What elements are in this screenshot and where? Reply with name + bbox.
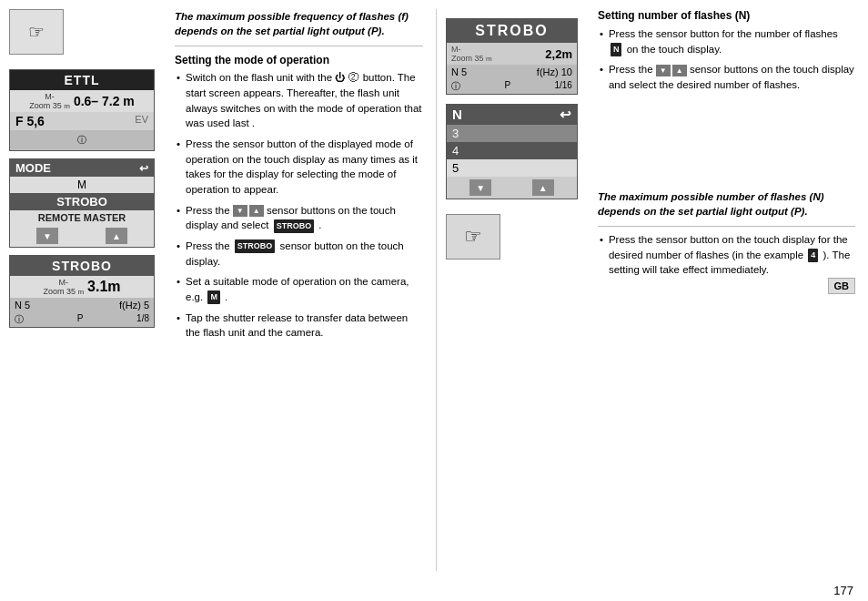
page-number: 177 bbox=[0, 580, 868, 601]
n-select-item-5[interactable]: 5 bbox=[447, 159, 577, 177]
mode-up-btn[interactable]: ▲ bbox=[106, 228, 127, 244]
strobo-top-device: STROBO M-Zoom 35 m 2,2m N 5 f(Hz) 10 ⓘ P… bbox=[446, 18, 578, 95]
m-icon-inline: M bbox=[207, 290, 220, 304]
right-section-title: Setting number of flashes (N) bbox=[598, 9, 855, 22]
n-label: N bbox=[452, 107, 462, 123]
n-up-btn[interactable]: ▲ bbox=[532, 179, 554, 196]
hand-note-icon-right: ☞ bbox=[446, 214, 500, 260]
n-return-icon: ↩ bbox=[560, 107, 571, 123]
strobo-top-info: M-Zoom 35 m 2,2m bbox=[447, 43, 577, 65]
right-bullet-1: Press the sensor button for the number o… bbox=[598, 26, 855, 56]
left-text: The maximum possible frequency of flashe… bbox=[171, 9, 427, 571]
n-inline-icon: N bbox=[611, 43, 622, 56]
mode-header: MODE ↩ bbox=[10, 159, 154, 177]
left-bullet-5: Set a suitable mode of operation on the … bbox=[175, 274, 423, 304]
four-inline-icon: 4 bbox=[808, 249, 818, 262]
strobo-top-info-icon: ⓘ bbox=[451, 80, 460, 93]
right-panel: STROBO M-Zoom 35 m 2,2m N 5 f(Hz) 10 ⓘ P… bbox=[437, 9, 859, 571]
right-bullet-list: Press the sensor button for the number o… bbox=[598, 26, 855, 93]
strobo-header-left: STROBO bbox=[10, 256, 154, 276]
return-icon: ↩ bbox=[139, 162, 148, 175]
n-select-header: N ↩ bbox=[447, 105, 577, 125]
left-bullet-4: Press the STROBO sensor button on the to… bbox=[175, 239, 423, 269]
left-section-title: Setting the mode of operation bbox=[175, 54, 423, 66]
hand-note-icon-left: ☞ bbox=[9, 9, 64, 55]
strobo-n5-left: N 5 bbox=[15, 300, 30, 311]
inline-arrows-right: ▼▲ bbox=[656, 65, 687, 76]
r-down-arrow: ▼ bbox=[656, 65, 671, 76]
up-arrow-inline: ▲ bbox=[249, 205, 264, 217]
ettl-fstop: F 5,6 bbox=[15, 114, 45, 128]
mode-device: MODE ↩ M STROBO REMOTE MASTER ▼ ▲ bbox=[9, 158, 155, 248]
ettl-header: ETTL bbox=[10, 70, 154, 90]
right-bullet-2: Press the ▼▲ sensor buttons on the touch… bbox=[598, 62, 855, 92]
strobo-range-left: M-Zoom 35 m 3.1m bbox=[10, 276, 154, 298]
strobo-frac-left: 1/8 bbox=[136, 313, 149, 326]
left-panel: ☞ ETTL M-Zoom 35 m 0.6– 7.2 m F 5,6 EV ⓘ bbox=[9, 9, 437, 571]
strobo-top-p-row: ⓘ P 1/16 bbox=[447, 79, 577, 94]
n-down-btn[interactable]: ▼ bbox=[469, 179, 491, 196]
strobo-freq-left: f(Hz) 5 bbox=[119, 300, 149, 311]
strobo-inline-icon: STROBO bbox=[274, 219, 315, 233]
mode-strobo: STROBO bbox=[10, 193, 154, 210]
r-up-arrow: ▲ bbox=[672, 65, 687, 76]
strobo-top-freq: f(Hz) 10 bbox=[537, 66, 572, 77]
strobo-top-p: P bbox=[504, 80, 510, 93]
strobo-top-n5: N 5 bbox=[451, 66, 467, 77]
left-bullet-6: Tap the shutter release to transfer data… bbox=[175, 311, 423, 341]
left-bullet-3: Press the ▼▲ sensor buttons on the touch… bbox=[175, 203, 423, 233]
strobo-top-frac: 1/16 bbox=[554, 80, 571, 93]
n-select-device: N ↩ 3 4 5 ▼ ▲ bbox=[446, 104, 578, 199]
inline-arrows-1: ▼▲ bbox=[233, 205, 264, 217]
ettl-device: ETTL M-Zoom 35 m 0.6– 7.2 m F 5,6 EV ⓘ bbox=[9, 69, 155, 151]
strobo-p-left: P bbox=[77, 313, 84, 326]
strobo-p-row-left: ⓘ P 1/8 bbox=[10, 312, 154, 327]
ettl-info-icon: ⓘ bbox=[77, 134, 86, 147]
mode-m: M bbox=[10, 177, 154, 193]
strobo-top-n5-row: N 5 f(Hz) 10 bbox=[447, 65, 577, 79]
ettl-range-val: 0.6– 7.2 m bbox=[74, 94, 135, 108]
mode-label: MODE bbox=[15, 161, 51, 175]
strobo-dist-left: 3.1m bbox=[87, 279, 120, 295]
strobo-info-icon-left: ⓘ bbox=[15, 313, 24, 326]
strobo-top-dist: 2,2m bbox=[545, 47, 572, 61]
n-select-arrows: ▼ ▲ bbox=[447, 177, 577, 199]
mode-arrows: ▼ ▲ bbox=[10, 225, 154, 247]
gb-badge: GB bbox=[828, 278, 856, 294]
right-text: Setting number of flashes (N) Press the … bbox=[594, 9, 859, 571]
down-arrow-inline: ▼ bbox=[233, 205, 247, 217]
strobo-btn-inline: STROBO bbox=[235, 239, 276, 253]
right-devices: STROBO M-Zoom 35 m 2,2m N 5 f(Hz) 10 ⓘ P… bbox=[446, 9, 587, 571]
n-select-highlight: 3 bbox=[447, 125, 577, 142]
n-select-item-4[interactable]: 4 bbox=[447, 142, 577, 159]
ettl-info-row: ⓘ bbox=[10, 130, 154, 150]
ettl-zoom: M-Zoom 35 m bbox=[29, 92, 70, 110]
right-italic-note: The maximum possible number of flashes (… bbox=[598, 189, 855, 219]
left-devices: ☞ ETTL M-Zoom 35 m 0.6– 7.2 m F 5,6 EV ⓘ bbox=[9, 9, 164, 571]
strobo-device-left: STROBO M-Zoom 35 m 3.1m N 5 f(Hz) 5 ⓘ P … bbox=[9, 255, 155, 328]
left-bullet-2: Press the sensor button of the displayed… bbox=[175, 137, 423, 198]
right-bullet-list-2: Press the sensor button on the touch dis… bbox=[598, 232, 855, 278]
strobo-top-zoom: M-Zoom 35 m bbox=[451, 45, 492, 63]
ettl-ev: EV bbox=[135, 114, 148, 128]
ettl-fstop-row: F 5,6 EV bbox=[10, 112, 154, 130]
ettl-range: M-Zoom 35 m 0.6– 7.2 m bbox=[10, 90, 154, 112]
strobo-n5-row-left: N 5 f(Hz) 5 bbox=[10, 298, 154, 312]
right-bullet-3: Press the sensor button on the touch dis… bbox=[598, 232, 855, 278]
left-bullet-1: Switch on the flash unit with the ⏻ ② bu… bbox=[175, 70, 423, 131]
left-bullet-list: Switch on the flash unit with the ⏻ ② bu… bbox=[175, 70, 423, 341]
mode-down-btn[interactable]: ▼ bbox=[36, 228, 58, 244]
strobo-top-header: STROBO bbox=[447, 19, 577, 43]
mode-remote: REMOTE MASTER bbox=[10, 210, 154, 225]
strobo-zoom-left: M-Zoom 35 m bbox=[43, 278, 84, 296]
left-italic-note: The maximum possible frequency of flashe… bbox=[175, 9, 423, 38]
